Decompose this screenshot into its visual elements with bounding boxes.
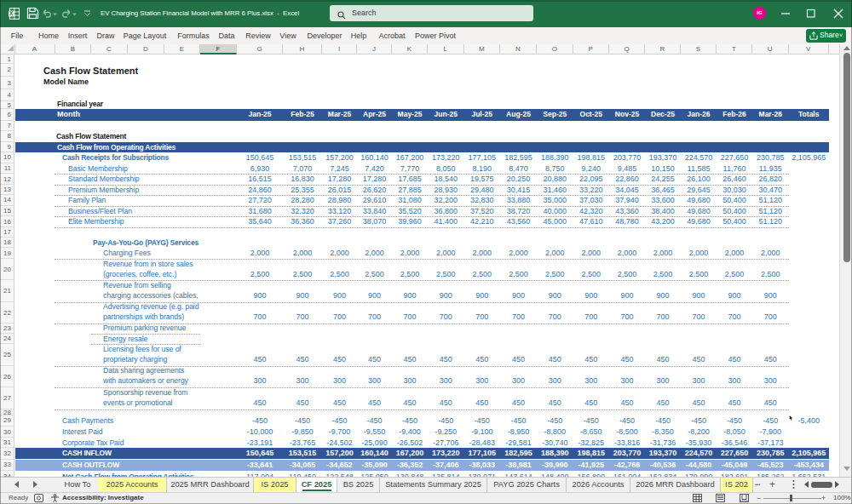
svg-text:X: X [9,10,14,16]
